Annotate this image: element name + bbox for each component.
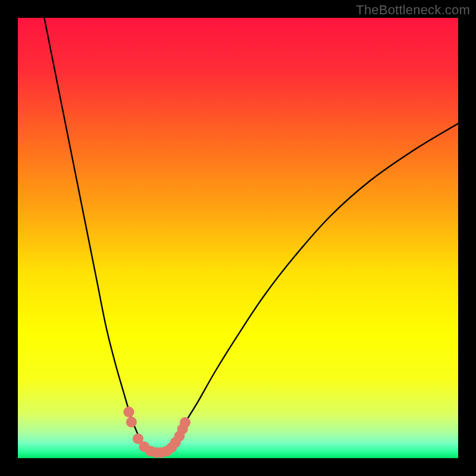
marker-dot: [126, 416, 137, 427]
marker-dot: [180, 417, 190, 428]
chart-svg: [18, 18, 458, 458]
marker-dot: [123, 406, 134, 417]
gradient-background: [18, 18, 458, 458]
plot-area: [18, 18, 458, 458]
watermark-text: TheBottleneck.com: [356, 2, 470, 18]
chart-root: TheBottleneck.com: [0, 0, 476, 476]
